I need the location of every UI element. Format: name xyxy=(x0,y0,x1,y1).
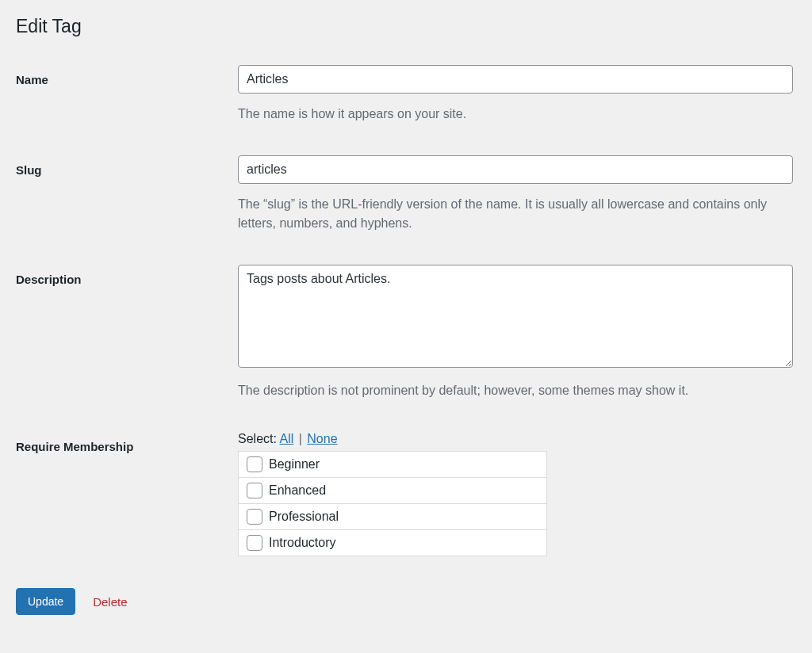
description-label: Description xyxy=(16,273,82,286)
field-row-description: Description The description is not promi… xyxy=(16,265,796,400)
checkbox-professional[interactable] xyxy=(247,509,262,525)
checkbox-enhanced[interactable] xyxy=(247,483,262,498)
checkbox-beginner[interactable] xyxy=(247,456,262,472)
checkbox-row-enhanced: Enhanced xyxy=(239,478,546,504)
checkbox-row-beginner: Beginner xyxy=(239,452,546,478)
name-label: Name xyxy=(16,73,48,86)
slug-description: The “slug” is the URL-friendly version o… xyxy=(238,195,793,233)
select-none-link[interactable]: None xyxy=(307,432,337,445)
description-textarea[interactable] xyxy=(238,265,793,368)
checkbox-row-introductory: Introductory xyxy=(239,530,546,556)
checkbox-introductory[interactable] xyxy=(247,535,262,551)
field-row-name: Name The name is how it appears on your … xyxy=(16,65,796,124)
select-all-link[interactable]: All xyxy=(279,432,293,445)
slug-input[interactable] xyxy=(238,155,793,184)
name-description: The name is how it appears on your site. xyxy=(238,105,793,124)
membership-select-links: Select: All | None xyxy=(238,432,793,446)
update-button[interactable]: Update xyxy=(16,588,75,615)
field-row-slug: Slug The “slug” is the URL-friendly vers… xyxy=(16,155,796,233)
form-actions: Update Delete xyxy=(16,588,796,615)
delete-link[interactable]: Delete xyxy=(93,595,127,609)
checkbox-label-beginner[interactable]: Beginner xyxy=(269,457,320,472)
membership-label: Require Membership xyxy=(16,440,133,453)
checkbox-label-enhanced[interactable]: Enhanced xyxy=(269,483,326,498)
select-prefix: Select: xyxy=(238,432,279,445)
checkbox-label-introductory[interactable]: Introductory xyxy=(269,536,335,550)
slug-label: Slug xyxy=(16,163,42,177)
description-help: The description is not prominent by defa… xyxy=(238,381,793,400)
membership-checkbox-list: Beginner Enhanced Professional Introduct… xyxy=(238,451,547,556)
select-separator: | xyxy=(295,432,305,445)
checkbox-label-professional[interactable]: Professional xyxy=(269,510,339,524)
page-title: Edit Tag xyxy=(16,16,796,37)
checkbox-row-professional: Professional xyxy=(239,504,546,530)
name-input[interactable] xyxy=(238,65,793,94)
field-row-membership: Require Membership Select: All | None Be… xyxy=(16,432,796,556)
